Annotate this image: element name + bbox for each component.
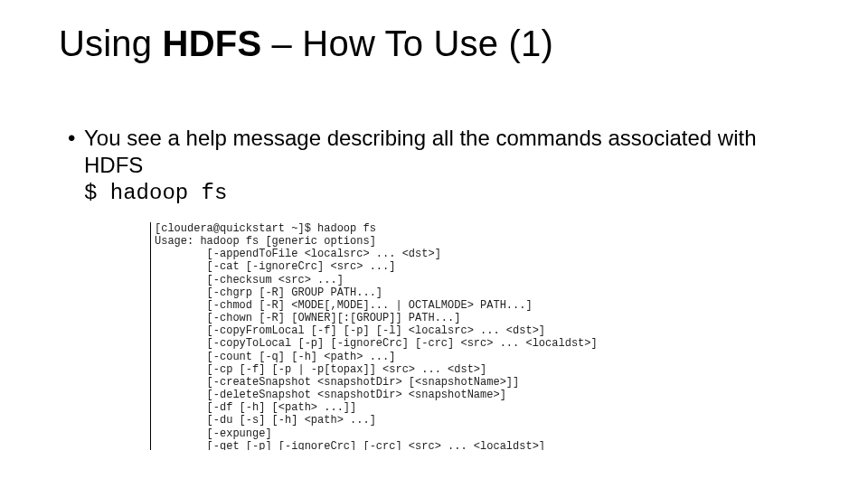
terminal-screenshot: [cloudera@quickstart ~]$ hadoop fs Usage…	[150, 222, 718, 450]
bullet-text: You see a help message describing all th…	[84, 125, 800, 179]
bullet-row: • You see a help message describing all …	[68, 125, 800, 179]
title-part-bold: HDFS	[163, 23, 262, 63]
bullet-block: • You see a help message describing all …	[68, 125, 800, 205]
command-line: $ hadoop fs	[84, 181, 800, 205]
slide-title: Using HDFS – How To Use (1)	[59, 23, 553, 64]
bullet-marker: •	[68, 125, 84, 152]
slide: Using HDFS – How To Use (1) • You see a …	[0, 0, 868, 488]
title-part-2: – How To Use (1)	[272, 23, 553, 63]
title-part-1: Using	[59, 23, 163, 63]
terminal-output: [cloudera@quickstart ~]$ hadoop fs Usage…	[155, 222, 718, 450]
